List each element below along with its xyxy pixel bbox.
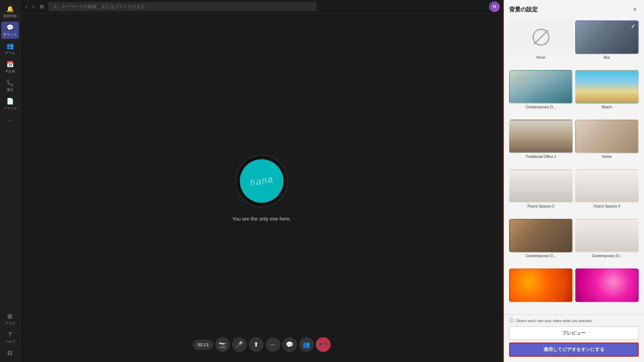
bg-panel-footer: ⓘ Others won't see your video while you … [504,314,644,362]
activity-icon: 🔔 [6,5,14,13]
bg-label-contemporary-o3: Contemporary O... [575,254,639,258]
end-call-icon: 📞 [318,339,328,350]
sidebar-item-calendar[interactable]: 📅 予定表 [1,59,19,76]
only-one-message: You are the only one here. [232,216,291,222]
inner-circle: hana [240,159,283,203]
avatar[interactable]: H [489,1,500,12]
preview-notice-text: Others won't see your video while you pr… [516,319,592,323]
more-icon: ··· [7,117,12,124]
help-icon: ? [8,331,11,338]
chat-button[interactable]: 💬 [282,337,297,352]
sidebar-item-settings[interactable]: ⊟ [1,347,19,359]
bg-thumb-none [509,20,573,54]
bg-thumb-balloons2 [575,268,639,302]
bg-label-contemporary-o1: Contemporary O... [509,105,573,109]
video-button-icon: 📷 [219,341,226,348]
settings-icon: ⊟ [7,349,12,357]
sidebar-item-apps[interactable]: ⊞ アプリ [1,311,19,328]
bg-item-contemporary-o2[interactable]: Contemporary O... [509,219,573,266]
bg-item-blur[interactable]: ✓ Blur [575,20,639,67]
info-icon: ⓘ [509,318,514,324]
sidebar-label-apps: アプリ [5,321,15,326]
bg-item-trad-office1[interactable]: Traditional Office 1 [509,120,573,167]
bg-thumb-contemporary-o1 [509,70,573,104]
controls-bar: 00:13 📷 🎤 ⬆ ··· 💬 👥 📞 [193,337,331,352]
sidebar-item-calls[interactable]: 📞 通話 [1,77,19,94]
bg-panel-header: 背景の設定 × [504,0,644,18]
avatar-initials: H [493,4,496,9]
sidebar-label-teams: チーム [5,51,15,55]
apply-button[interactable]: 適用してビデオをオンにする [509,343,639,357]
mic-button[interactable]: 🎤 [232,337,247,352]
bg-item-balloons2[interactable] [575,268,639,311]
bg-thumb-home [575,120,639,153]
bg-label-none: None [509,55,573,59]
sidebar-item-activity[interactable]: 🔔 最新情報 [1,3,19,20]
bg-label-home: Home [575,155,639,159]
screen-share-icon: ⬆ [254,341,259,348]
bg-item-fluent3[interactable]: Fluent Spaces 3 [509,169,573,216]
close-bg-panel-button[interactable]: × [631,5,639,14]
bg-item-contemporary-o1[interactable]: Contemporary O... [509,70,573,117]
bg-grid: None ✓ Blur Contemporary O... Beach Trad… [504,18,644,314]
sidebar-label-activity: 最新情報 [3,14,17,18]
sidebar-label-calls: 通話 [7,87,13,92]
calendar-icon: 📅 [6,61,14,68]
no-bg-icon [533,29,549,46]
bg-panel: 背景の設定 × None ✓ Blur Contemporary O... Be… [503,0,644,362]
teams-icon: 👥 [6,42,14,50]
topbar-right: H [489,1,500,12]
participant-avatar: hana [235,154,288,208]
call-timer: 00:13 [193,340,213,350]
selected-checkmark: ✓ [631,23,635,29]
apps-icon: ⊞ [7,313,12,320]
chat-button-icon: 💬 [286,341,293,348]
bg-thumb-fluent4 [575,169,639,203]
topbar-nav: ‹ › ⧉ [23,2,46,11]
bg-item-contemporary-o3[interactable]: Contemporary O... [575,219,639,266]
sidebar-item-help[interactable]: ? ヘルプ [1,329,19,346]
bg-label-blur: Blur [575,55,639,59]
bg-label-fluent4: Fluent Spaces 4 [575,204,639,208]
bg-thumb-beach [575,70,639,104]
bg-thumb-trad-office1 [509,120,573,153]
bg-thumb-blur: ✓ [575,20,639,54]
end-call-button[interactable]: 📞 [316,337,330,352]
sidebar-label-help: ヘルプ [5,339,15,344]
bg-item-none[interactable]: None [509,20,573,67]
bg-item-balloons1[interactable] [509,268,573,311]
main-area: ‹ › ⧉ H hana You are the only one here. … [20,0,503,362]
sidebar-label-calendar: 予定表 [5,69,15,74]
bg-thumb-fluent3 [509,169,573,203]
sidebar-item-teams[interactable]: 👥 チーム [1,40,19,57]
video-toggle-button[interactable]: 📷 [215,337,230,352]
bg-item-fluent4[interactable]: Fluent Spaces 4 [575,169,639,216]
people-button[interactable]: 👥 [299,337,314,352]
participant-name: hana [249,174,274,188]
forward-button[interactable]: › [31,2,36,11]
screen-share-button[interactable]: ⬆ [249,337,263,352]
bg-thumb-contemporary-o2 [509,219,573,252]
more-options-button[interactable]: ··· [265,337,280,352]
topbar: ‹ › ⧉ H [20,0,503,13]
bg-thumb-contemporary-o3 [575,219,639,252]
bg-item-home[interactable]: Home [575,120,639,167]
sidebar-item-more[interactable]: ··· [1,115,19,126]
preview-notice: ⓘ Others won't see your video while you … [509,318,639,324]
calls-icon: 📞 [6,79,14,86]
bg-label-fluent3: Fluent Spaces 3 [509,204,573,208]
bg-thumb-balloons1 [509,268,573,302]
sidebar-item-chat[interactable]: 💬 チャット [1,22,19,39]
search-input[interactable] [48,2,317,11]
back-button[interactable]: ‹ [23,2,29,11]
preview-button[interactable]: プレビュー [509,326,639,340]
files-icon: 📄 [6,98,14,105]
bg-item-beach[interactable]: Beach [575,70,639,117]
sidebar-item-files[interactable]: 📄 ファイル [1,96,19,113]
bg-label-trad-office1: Traditional Office 1 [509,155,573,159]
bg-label-beach: Beach [575,105,639,109]
video-area: hana You are the only one here. 00:13 📷 … [20,13,503,362]
sidebar-label-files: ファイル [3,106,17,111]
chat-icon: 💬 [6,24,14,31]
new-window-button[interactable]: ⧉ [38,2,46,11]
